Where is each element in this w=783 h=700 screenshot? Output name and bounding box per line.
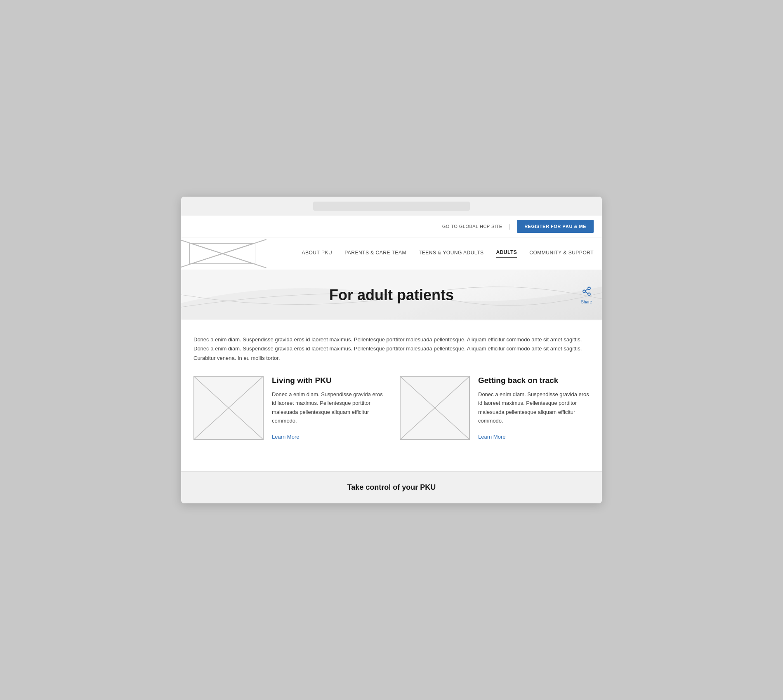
card-living-with-pku: Living with PKU Donec a enim diam. Suspe… xyxy=(193,376,383,440)
cta-text: Take control of your PKU xyxy=(193,483,590,492)
divider: | xyxy=(509,223,511,230)
card1-learn-more[interactable]: Learn More xyxy=(272,434,383,440)
svg-line-3 xyxy=(585,289,588,291)
url-bar xyxy=(313,202,470,211)
svg-point-1 xyxy=(583,290,585,293)
nav-adults[interactable]: ADULTS xyxy=(496,249,517,258)
main-nav: ABOUT PKU PARENTS & CARE TEAM TEENS & YO… xyxy=(181,237,602,270)
hero-section: For adult patients Share xyxy=(181,270,602,320)
card2-learn-more[interactable]: Learn More xyxy=(478,434,590,440)
svg-point-2 xyxy=(588,293,590,296)
nav-community[interactable]: COMMUNITY & SUPPORT xyxy=(529,250,594,257)
share-icon xyxy=(582,287,592,299)
nav-parents[interactable]: PARENTS & CARE TEAM xyxy=(344,250,406,257)
register-button[interactable]: REGISTER FOR PKU & ME xyxy=(517,220,594,233)
browser-bar xyxy=(181,197,602,216)
content-section: Donec a enim diam. Suspendisse gravida e… xyxy=(181,320,602,471)
nav-teens[interactable]: TEENS & YOUNG ADULTS xyxy=(419,250,484,257)
svg-line-4 xyxy=(585,292,588,294)
card2-text: Donec a enim diam. Suspendisse gravida e… xyxy=(478,390,590,429)
page-title: For adult patients xyxy=(189,287,594,304)
card2-content: Getting back on track Donec a enim diam.… xyxy=(478,376,590,440)
card1-content: Living with PKU Donec a enim diam. Suspe… xyxy=(272,376,383,440)
card-getting-back: Getting back on track Donec a enim diam.… xyxy=(400,376,590,440)
share-button[interactable]: Share xyxy=(581,287,592,304)
card2-title: Getting back on track xyxy=(478,376,590,385)
card1-text: Donec a enim diam. Suspendisse gravida e… xyxy=(272,390,383,429)
hcp-link[interactable]: GO TO GLOBAL HCP SITE xyxy=(442,224,502,229)
share-label: Share xyxy=(581,300,592,304)
logo xyxy=(189,243,255,264)
intro-text: Donec a enim diam. Suspendisse gravida e… xyxy=(193,335,590,362)
cards-row: Living with PKU Donec a enim diam. Suspe… xyxy=(193,376,590,440)
card1-title: Living with PKU xyxy=(272,376,383,385)
nav-links: ABOUT PKU PARENTS & CARE TEAM TEENS & YO… xyxy=(302,249,594,258)
cta-bar: Take control of your PKU xyxy=(181,471,602,503)
nav-about[interactable]: ABOUT PKU xyxy=(302,250,332,257)
top-strip: GO TO GLOBAL HCP SITE | REGISTER FOR PKU… xyxy=(181,216,602,237)
browser-window: GO TO GLOBAL HCP SITE | REGISTER FOR PKU… xyxy=(181,197,602,503)
card2-image xyxy=(400,376,470,440)
card1-image xyxy=(193,376,264,440)
svg-point-0 xyxy=(588,287,590,290)
